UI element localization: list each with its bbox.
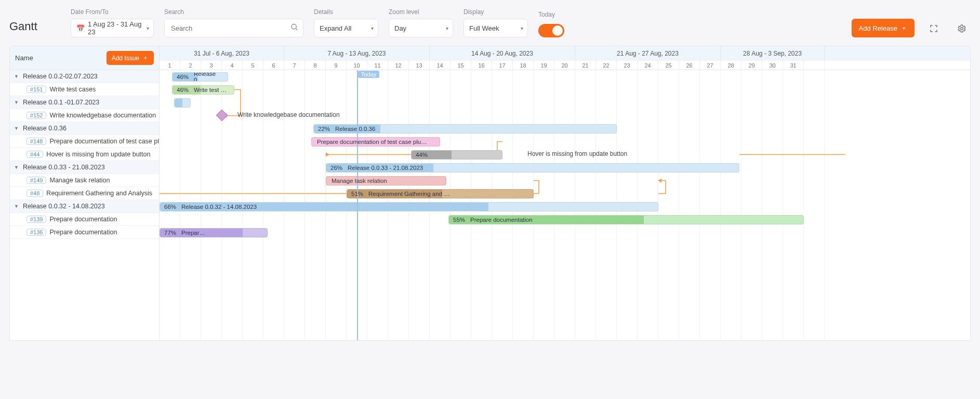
day-header: 26 (679, 61, 700, 70)
day-header: 11 (367, 61, 388, 70)
milestone-icon[interactable] (216, 110, 228, 122)
task-row[interactable]: #48Requirement Gathering and Analysis (10, 187, 159, 200)
day-header: 27 (700, 61, 721, 70)
release-row[interactable]: ▼Release 0.0.33 - 21.08.2023 (10, 161, 159, 174)
issue-tag[interactable]: #152 (27, 112, 46, 119)
display-control: Display Full Week ▾ (463, 8, 528, 37)
day-header: 6 (263, 61, 284, 70)
gantt-bar[interactable]: 44% (411, 150, 502, 159)
details-select[interactable]: Expand All ▾ (314, 19, 378, 37)
issue-tag[interactable]: #148 (27, 138, 46, 145)
release-row[interactable]: ▼Release 0.0.36 (10, 122, 159, 135)
gantt-bar[interactable]: 77%Prepar… (160, 228, 268, 237)
day-header: 22 (596, 61, 617, 70)
display-select[interactable]: Full Week ▾ (463, 19, 528, 37)
zoom-label: Zoom level (389, 8, 453, 16)
today-label: Today (538, 11, 564, 18)
zoom-control: Zoom level Day ▾ (389, 8, 453, 37)
gantt-bar-pct: 55% (449, 217, 465, 223)
settings-button[interactable] (953, 20, 971, 37)
task-row[interactable]: #151Write test cases (10, 83, 159, 96)
calendar-icon: 📅 (76, 24, 85, 32)
day-header: 31 (783, 61, 804, 70)
day-header: 24 (638, 61, 658, 70)
issue-tag[interactable]: #151 (27, 86, 46, 93)
gantt-bar-pct: 22% (314, 126, 330, 132)
gantt-bar[interactable]: 46%Write test … (172, 85, 234, 95)
task-row[interactable]: #148Prepare documentation of test case p… (10, 135, 159, 148)
day-header: 21 (575, 61, 596, 70)
day-header: 7 (284, 61, 305, 70)
gantt-bar[interactable]: 22%Release 0.0.36 (313, 124, 617, 134)
issue-tag[interactable]: #149 (27, 177, 46, 184)
gantt-bar-pct: 77% (160, 230, 176, 236)
day-header: 15 (451, 61, 471, 70)
date-range-control: Date From/To 📅 1 Aug 23 - 31 Aug 23 ▾ (71, 8, 154, 37)
gantt-bar[interactable]: 51%Requirement Gathering and … (347, 189, 534, 198)
day-header: 14 (430, 61, 451, 70)
today-chip: Today (358, 71, 379, 78)
search-input-wrap[interactable] (164, 19, 303, 37)
gantt-bar-label: Prepar… (176, 230, 205, 236)
details-control: Details Expand All ▾ (314, 8, 378, 37)
chevron-down-icon: ▾ (521, 25, 523, 31)
task-row[interactable]: #152Write knowledgebase documentation (10, 109, 159, 122)
date-range-header: 14 Aug - 20 Aug, 2023 (430, 46, 575, 61)
release-label: Release 0.0.36 (23, 125, 67, 132)
issue-tag[interactable]: #48 (27, 190, 43, 197)
issue-tag[interactable]: #139 (27, 216, 46, 223)
details-label: Details (314, 8, 378, 16)
milestone-label: Write knowledgebase documentation (237, 111, 340, 118)
page-title: Gantt (9, 20, 60, 37)
task-row[interactable]: #136Prepare documentation (10, 226, 159, 239)
gear-icon (957, 24, 966, 33)
chevron-down-icon: ▾ (371, 25, 374, 31)
release-row[interactable]: ▼Release 0.0.1 -01.07.2023 (10, 96, 159, 109)
release-row[interactable]: ▼Release 0.0.32 - 14.08.2023 (10, 200, 159, 213)
day-header: 23 (617, 61, 638, 70)
gantt-bar[interactable]: 26%Release 0.0.33 - 21.08.2023 (326, 163, 739, 172)
task-row[interactable]: #139Prepare documentation (10, 213, 159, 226)
issue-label: Manage task relation (49, 177, 110, 184)
zoom-select[interactable]: Day ▾ (389, 19, 453, 37)
release-row[interactable]: ▼Release 0.0.2-02.07.2023 (10, 70, 159, 83)
gantt-bar[interactable] (174, 98, 191, 108)
day-header: 5 (243, 61, 263, 70)
date-range-header: 31 Jul - 6 Aug, 2023 (160, 46, 284, 61)
issue-label: Write test cases (49, 86, 96, 93)
date-range-header: 21 Aug - 27 Aug, 2023 (575, 46, 721, 61)
gantt-bar[interactable]: Prepare documentation of test case plu… (311, 137, 440, 147)
gantt-bar-label: Release 0.… (189, 72, 228, 82)
display-label: Display (463, 8, 528, 16)
today-toggle[interactable] (538, 24, 564, 37)
day-header: 12 (388, 61, 409, 70)
issue-label: Prepare documentation (49, 216, 117, 223)
search-input[interactable] (170, 24, 287, 33)
gantt-bar[interactable]: 46%Release 0.… (172, 72, 228, 82)
task-row[interactable]: #149Manage task relation (10, 174, 159, 187)
gantt-bar-pct: 26% (326, 165, 342, 171)
add-release-button[interactable]: Add Release ＋ (852, 19, 915, 37)
svg-point-2 (961, 28, 963, 30)
gantt-bar[interactable]: 66%Release 0.0.32 - 14.08.2023 (160, 202, 658, 211)
search-icon (290, 23, 299, 33)
task-row[interactable]: #44Hover is missing from update button (10, 148, 159, 161)
chevron-down-icon: ▾ (147, 25, 149, 31)
issue-tag[interactable]: #44 (27, 151, 43, 158)
add-issue-label: Add Issue (112, 55, 139, 62)
plus-icon: ＋ (900, 23, 907, 33)
gantt-bar-pct: 46% (173, 74, 189, 80)
fullscreen-button[interactable] (925, 20, 943, 37)
bar-side-label: Hover is missing from update button (527, 150, 627, 157)
gantt-bar[interactable]: Manage task relation (326, 176, 446, 185)
gantt-bar-pct: 66% (160, 204, 176, 210)
gantt-bar-pct: 44% (412, 152, 428, 158)
date-range-header: 28 Aug - 3 Sep, 2023 (721, 46, 825, 61)
date-range-header: 7 Aug - 13 Aug, 2023 (284, 46, 430, 61)
svg-point-0 (292, 24, 296, 29)
add-issue-button[interactable]: Add Issue ＋ (107, 51, 154, 65)
issue-tag[interactable]: #136 (27, 229, 46, 236)
day-header: 17 (492, 61, 513, 70)
gantt-bar[interactable]: 55%Prepare documentation (448, 215, 804, 224)
date-range-picker[interactable]: 📅 1 Aug 23 - 31 Aug 23 ▾ (71, 19, 154, 37)
